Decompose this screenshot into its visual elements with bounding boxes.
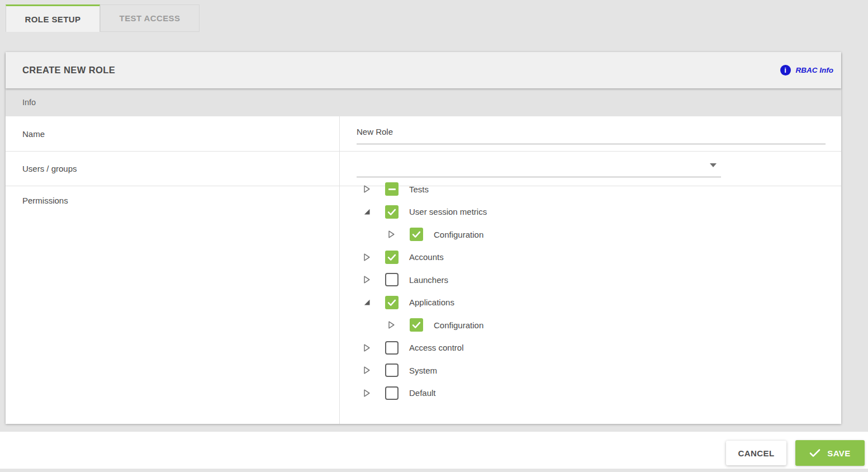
tree-item-label[interactable]: Accounts (409, 252, 444, 262)
checkbox-indeterminate[interactable] (385, 182, 399, 196)
tree-item-configuration: Configuration (362, 223, 820, 246)
tree-item-label[interactable]: Access control (409, 343, 464, 352)
rbac-info-label: RBAC Info (796, 66, 834, 74)
tree-item-user-session-metrics: User session metrics (362, 201, 820, 224)
checkbox-checked[interactable] (410, 228, 423, 241)
panel-header: CREATE NEW ROLE i RBAC Info (6, 52, 841, 88)
tree-item-system: System (362, 359, 820, 382)
page-title: CREATE NEW ROLE (22, 65, 115, 75)
tree-item-label[interactable]: Tests (409, 185, 429, 194)
expand-arrow-icon[interactable] (387, 230, 396, 239)
checkbox-unchecked[interactable] (385, 341, 399, 355)
row-divider (6, 151, 841, 152)
tree-item-launchers: Launchers (362, 268, 820, 291)
create-new-role-panel: CREATE NEW ROLE i RBAC Info Info Name Us… (6, 52, 841, 424)
tree-item-label[interactable]: Configuration (434, 230, 483, 239)
caret-down-icon[interactable] (710, 163, 717, 167)
tab-role-setup-label: ROLE SETUP (25, 15, 81, 24)
name-input[interactable] (357, 123, 826, 144)
permissions-tree: TestsUser session metricsConfigurationAc… (362, 178, 820, 404)
tree-item-tests: Tests (362, 178, 820, 201)
tab-role-setup[interactable]: ROLE SETUP (6, 4, 100, 32)
checkbox-unchecked[interactable] (385, 364, 399, 377)
tree-item-label[interactable]: Launchers (409, 275, 448, 285)
tree-item-access-control: Access control (362, 337, 820, 360)
column-divider (339, 116, 340, 424)
tree-item-label[interactable]: User session metrics (409, 207, 487, 216)
checkbox-checked[interactable] (385, 205, 399, 219)
tree-item-applications: Applications (362, 291, 820, 314)
create-role-screen: ROLE SETUP TEST ACCESS CREATE NEW ROLE i… (0, 0, 868, 472)
tab-test-access[interactable]: TEST ACCESS (100, 4, 200, 32)
expand-arrow-icon[interactable] (362, 185, 371, 193)
rbac-info-link[interactable]: i RBAC Info (780, 52, 834, 88)
info-icon: i (780, 65, 791, 75)
cancel-button[interactable]: CANCEL (726, 441, 786, 465)
checkbox-checked[interactable] (385, 296, 399, 309)
tab-test-access-label: TEST ACCESS (120, 13, 181, 23)
info-section-label: Info (22, 98, 36, 107)
info-section-bar: Info (6, 88, 841, 116)
expand-arrow-icon[interactable] (362, 275, 371, 284)
collapse-arrow-icon[interactable] (362, 298, 371, 307)
cancel-button-label: CANCEL (738, 449, 775, 458)
checkbox-unchecked[interactable] (385, 273, 399, 286)
name-field-label: Name (22, 116, 45, 151)
tree-item-label[interactable]: System (409, 366, 437, 375)
tree-item-label[interactable]: Configuration (434, 320, 483, 330)
tree-item-configuration: Configuration (362, 314, 820, 337)
collapse-arrow-icon[interactable] (362, 207, 371, 216)
minus-icon (388, 188, 396, 190)
expand-arrow-icon[interactable] (362, 343, 371, 352)
checkbox-checked[interactable] (410, 318, 423, 332)
save-button-label: SAVE (827, 449, 850, 458)
users-groups-field-label: Users / groups (22, 151, 77, 186)
checkbox-checked[interactable] (385, 251, 399, 264)
expand-arrow-icon[interactable] (362, 389, 371, 398)
expand-arrow-icon[interactable] (362, 253, 371, 262)
check-icon (809, 449, 820, 457)
permissions-field-label: Permissions (22, 196, 68, 205)
tree-item-default: Default (362, 382, 820, 405)
save-button[interactable]: SAVE (795, 440, 865, 466)
tree-item-label[interactable]: Default (409, 388, 436, 398)
users-groups-dropdown[interactable] (357, 156, 721, 177)
tree-item-accounts: Accounts (362, 246, 820, 269)
checkbox-unchecked[interactable] (385, 386, 399, 400)
tree-item-label[interactable]: Applications (409, 298, 454, 307)
expand-arrow-icon[interactable] (362, 366, 371, 375)
expand-arrow-icon[interactable] (387, 320, 396, 329)
